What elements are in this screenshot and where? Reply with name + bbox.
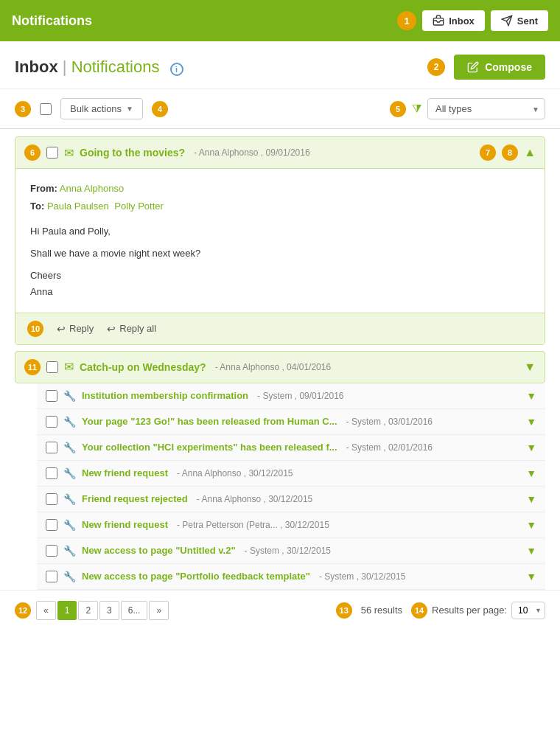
wrench-icon-0: 🔧 — [63, 390, 76, 402]
sys-msg-chevron-6: ▼ — [526, 545, 536, 557]
sys-msg-subject-6: New access to page "Untitled v.2" — [82, 545, 236, 556]
email-icon: ✉ — [64, 146, 74, 160]
reply-all-button[interactable]: ↩ Reply all — [107, 323, 156, 335]
badge-6: 6 — [24, 145, 41, 161]
results-per-page-select[interactable]: 10 25 50 — [511, 602, 545, 619]
sys-msg-subject-5: New friend request — [82, 519, 168, 530]
system-msg-row[interactable]: 🔧 Institution membership confirmation - … — [37, 383, 545, 409]
messages-area: 6 ✉ Going to the movies? - Anna Alphonso… — [0, 136, 560, 590]
wrench-icon-7: 🔧 — [63, 571, 76, 582]
from-line: From: Anna Alphonso — [30, 181, 530, 197]
compose-button[interactable]: Compose — [454, 55, 545, 80]
inbox-icon — [433, 15, 444, 27]
system-msg-row[interactable]: 🔧 New friend request - Anna Alphonso , 3… — [37, 461, 545, 487]
page-2-button[interactable]: 2 — [78, 601, 98, 620]
results-per-page-label: Results per page: — [432, 605, 507, 616]
catch-up-message[interactable]: 11 ✉ Catch-up on Wednesday? - Anna Alpho… — [15, 351, 545, 383]
catch-up-checkbox[interactable] — [46, 361, 58, 373]
expanded-header-right: 7 8 ▲ — [480, 145, 536, 161]
expanded-subject: Going to the movies? — [80, 147, 185, 159]
system-msg-row[interactable]: 🔧 Your page "123 Go!" has been released … — [37, 409, 545, 435]
system-msg-row[interactable]: 🔧 Your collection "HCI experiments" has … — [37, 435, 545, 461]
sys-msg-meta-2: - System , 02/01/2016 — [346, 442, 433, 453]
bulk-actions-chevron: ▼ — [126, 105, 133, 113]
next-page-button[interactable]: » — [149, 601, 169, 620]
from-link[interactable]: Anna Alphonso — [60, 183, 124, 194]
page-title: Inbox | Notifications i — [15, 58, 183, 76]
badge-1: 1 — [397, 11, 416, 30]
sys-msg-chevron-0: ▼ — [526, 390, 536, 402]
wrench-icon-6: 🔧 — [63, 545, 76, 557]
message-body: From: Anna Alphonso To: Paula Paulsen Po… — [15, 168, 545, 313]
sys-msg-checkbox-2[interactable] — [46, 442, 57, 453]
sys-msg-checkbox-6[interactable] — [46, 545, 57, 557]
sys-msg-meta-5: - Petra Petterson (Petra... , 30/12/2015 — [177, 520, 329, 530]
expanded-message: 6 ✉ Going to the movies? - Anna Alphonso… — [15, 136, 545, 345]
sent-tab[interactable]: Sent — [491, 10, 548, 31]
collapse-icon[interactable]: ▲ — [524, 146, 536, 159]
expanded-meta: - Anna Alphonso , 09/01/2016 — [194, 147, 309, 158]
to-link-1[interactable]: Paula Paulsen — [47, 201, 109, 212]
badge-12: 12 — [15, 602, 31, 619]
pagination-bar: 12 « 1 2 3 6... » 13 56 results 14 Resul… — [0, 590, 560, 630]
pagination-left: 12 « 1 2 3 6... » — [15, 601, 169, 620]
inbox-tab[interactable]: Inbox — [422, 10, 485, 31]
expanded-message-checkbox[interactable] — [46, 147, 58, 159]
badge-13: 13 — [336, 602, 352, 619]
sys-msg-subject-3: New friend request — [82, 467, 168, 478]
system-msg-row[interactable]: 🔧 New friend request - Petra Petterson (… — [37, 512, 545, 538]
sys-msg-chevron-1: ▼ — [526, 416, 536, 428]
results-per-page-area: 14 Results per page: 10 25 50 — [411, 602, 545, 619]
app-title: Notifications — [12, 13, 92, 29]
email-icon-catchup: ✉ — [64, 360, 74, 374]
sys-msg-checkbox-1[interactable] — [46, 416, 57, 428]
sent-icon — [501, 15, 513, 27]
badge-5: 5 — [390, 101, 406, 117]
page-3-button[interactable]: 3 — [99, 601, 119, 620]
badge-8: 8 — [502, 145, 518, 161]
compose-area: 2 Compose — [427, 55, 545, 80]
sys-msg-checkbox-4[interactable] — [46, 493, 57, 505]
bulk-actions-button[interactable]: Bulk actions ▼ — [60, 98, 143, 119]
pagination: « 1 2 3 6... » — [35, 601, 169, 620]
body-name: Anna — [30, 284, 530, 300]
sys-msg-chevron-5: ▼ — [526, 519, 536, 531]
body-question: Shall we have a movie night next week? — [30, 246, 530, 262]
badge-14: 14 — [411, 602, 427, 619]
catch-up-expand-icon[interactable]: ▼ — [524, 361, 536, 374]
wrench-icon-3: 🔧 — [63, 467, 76, 479]
system-msg-row[interactable]: 🔧 Friend request rejected - Anna Alphons… — [37, 487, 545, 512]
type-filter-select[interactable]: All types Messages System — [427, 98, 545, 119]
catch-up-meta: - Anna Alphonso , 04/01/2016 — [215, 362, 331, 372]
to-link-2[interactable]: Polly Potter — [114, 201, 163, 212]
reply-button[interactable]: ↩ Reply — [57, 323, 94, 335]
page-1-button[interactable]: 1 — [57, 601, 77, 620]
sys-msg-subject-7: New access to page "Portfolio feedback t… — [82, 571, 310, 582]
filter-icon: ⧩ — [412, 102, 421, 116]
filter-section: 5 ⧩ All types Messages System — [390, 98, 545, 119]
wrench-icon-5: 🔧 — [63, 519, 76, 531]
page-title-area: Inbox | Notifications i — [15, 58, 183, 77]
sys-msg-chevron-4: ▼ — [526, 493, 536, 505]
results-info: 13 56 results 14 Results per page: 10 25… — [336, 602, 545, 619]
prev-page-button[interactable]: « — [36, 601, 56, 620]
reply-icon: ↩ — [57, 323, 66, 335]
sys-msg-checkbox-5[interactable] — [46, 519, 57, 531]
sys-msg-subject-0: Institution membership confirmation — [82, 390, 248, 401]
toolbar: 3 Bulk actions ▼ 4 5 ⧩ All types Message… — [0, 89, 560, 129]
system-messages-list: 🔧 Institution membership confirmation - … — [15, 383, 545, 590]
page-ellipsis-button[interactable]: 6... — [121, 601, 148, 620]
info-icon[interactable]: i — [170, 63, 183, 76]
sys-msg-checkbox-0[interactable] — [46, 390, 57, 402]
expanded-message-header[interactable]: 6 ✉ Going to the movies? - Anna Alphonso… — [15, 137, 545, 168]
system-msg-row[interactable]: 🔧 New access to page "Portfolio feedback… — [37, 564, 545, 590]
sys-msg-checkbox-3[interactable] — [46, 467, 57, 479]
body-greeting: Hi Paula and Polly, — [30, 223, 530, 240]
sys-msg-subject-2: Your collection "HCI experiments" has be… — [82, 442, 337, 453]
reply-all-icon: ↩ — [107, 323, 116, 335]
wrench-icon-2: 🔧 — [63, 442, 76, 453]
system-msg-row[interactable]: 🔧 New access to page "Untitled v.2" - Sy… — [37, 538, 545, 564]
select-all-checkbox[interactable] — [40, 103, 52, 115]
sys-msg-chevron-7: ▼ — [526, 571, 536, 582]
sys-msg-checkbox-7[interactable] — [46, 571, 57, 582]
